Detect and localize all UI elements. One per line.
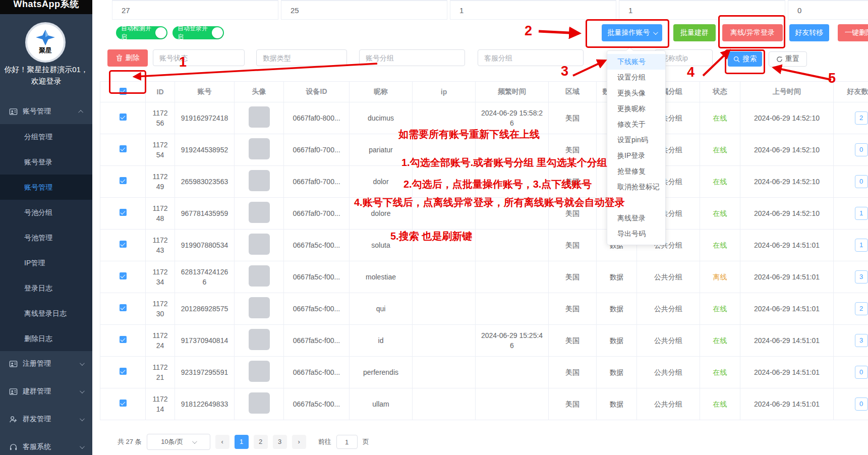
auto-detect-toggle[interactable]: 自动检测开启 bbox=[116, 26, 167, 39]
cell-checkbox bbox=[100, 357, 146, 388]
cell-region: 美国 bbox=[549, 357, 597, 388]
cell-checkbox bbox=[100, 102, 146, 134]
auto-login-toggle-label: 自动登录开启 bbox=[178, 24, 211, 41]
cell-nickname: pariatur bbox=[350, 134, 413, 166]
row-checkbox[interactable] bbox=[120, 209, 127, 216]
star-logo-icon bbox=[36, 30, 55, 47]
dropdown-item-抢登修复[interactable]: 抢登修复 bbox=[607, 163, 665, 179]
prev-page-button[interactable]: ‹ bbox=[215, 435, 229, 449]
sidebar-subitem-账号管理[interactable]: 账号管理 bbox=[0, 175, 92, 200]
sidebar-subitem-IP管理[interactable]: IP管理 bbox=[0, 250, 92, 275]
row-checkbox[interactable] bbox=[120, 113, 127, 121]
cell-freq-time bbox=[476, 134, 549, 166]
row-checkbox[interactable] bbox=[120, 177, 127, 184]
friend-transfer-button[interactable]: 好友转移 bbox=[789, 24, 829, 41]
sidebar-subitem-分组管理[interactable]: 分组管理 bbox=[0, 124, 92, 149]
page-button-1[interactable]: 1 bbox=[235, 435, 249, 449]
filter-row: 删除 搜索 重置 bbox=[92, 49, 868, 68]
service-group-input[interactable] bbox=[478, 49, 584, 66]
sidebar-item-群发管理[interactable]: 群发管理 bbox=[0, 407, 92, 432]
sidebar-subitem-删除日志[interactable]: 删除日志 bbox=[0, 326, 92, 351]
row-checkbox[interactable] bbox=[120, 368, 127, 375]
friend-count-badge[interactable]: 2 bbox=[855, 111, 868, 125]
friend-transfer-label: 好友转移 bbox=[795, 28, 824, 37]
cell-login-time: 2024-06-29 14:52:10 bbox=[740, 198, 834, 230]
sidebar-item-客服系统[interactable]: 客服系统 bbox=[0, 434, 92, 455]
goto-page-input[interactable] bbox=[336, 435, 358, 449]
account-group-input[interactable] bbox=[359, 49, 465, 66]
friend-count-badge[interactable]: 3 bbox=[855, 334, 868, 347]
sidebar-subitem-账号登录[interactable]: 账号登录 bbox=[0, 149, 92, 175]
next-page-button[interactable]: › bbox=[292, 435, 306, 449]
sidebar-subitem-号池分组[interactable]: 号池分组 bbox=[0, 200, 92, 225]
sidebar-item-建群管理[interactable]: 建群管理 bbox=[0, 379, 92, 404]
account-status-input[interactable] bbox=[153, 49, 245, 66]
status-badge: 在线 bbox=[713, 146, 727, 154]
friend-count-badge[interactable]: 2 bbox=[855, 302, 868, 315]
cell-ip bbox=[413, 325, 476, 357]
sidebar-subitem-离线登录日志[interactable]: 离线登录日志 bbox=[0, 301, 92, 326]
dropdown-item-导出号码[interactable]: 导出号码 bbox=[607, 226, 665, 242]
delete-button[interactable]: 删除 bbox=[107, 49, 148, 67]
cell-account: 918122649833 bbox=[175, 388, 235, 420]
stat-cell: 1 bbox=[450, 0, 616, 20]
app-title: WhatsApp系统 bbox=[14, 0, 79, 10]
status-badge: 离线 bbox=[713, 273, 727, 281]
friend-count-badge[interactable]: 0 bbox=[855, 397, 868, 411]
cell-ip bbox=[413, 293, 476, 325]
friend-count-badge[interactable]: 0 bbox=[855, 366, 868, 379]
friend-count-badge[interactable]: 1 bbox=[855, 239, 868, 252]
row-checkbox[interactable] bbox=[120, 145, 127, 152]
search-button-label: 搜索 bbox=[743, 54, 757, 64]
stat-cell: 27 bbox=[112, 0, 278, 20]
select-all-checkbox[interactable] bbox=[120, 88, 127, 95]
friend-count-badge[interactable]: 1 bbox=[855, 207, 868, 220]
reset-button[interactable]: 重置 bbox=[769, 51, 807, 67]
trash-icon bbox=[116, 54, 123, 62]
friend-count-badge[interactable]: 3 bbox=[855, 270, 868, 283]
row-checkbox[interactable] bbox=[120, 272, 127, 279]
dropdown-item-hidden[interactable] bbox=[607, 195, 665, 210]
dropdown-item-下线账号[interactable]: 下线账号 bbox=[607, 54, 665, 70]
chevron-down-icon bbox=[80, 388, 85, 393]
batch-operate-button[interactable]: 批量操作账号 bbox=[602, 24, 662, 41]
row-checkbox[interactable] bbox=[120, 304, 127, 311]
dropdown-item-更换昵称[interactable]: 更换昵称 bbox=[607, 101, 665, 117]
dropdown-item-取消抢登标记[interactable]: 取消抢登标记 bbox=[607, 179, 665, 195]
cell-nickname: qui bbox=[350, 293, 413, 325]
sidebar-item-账号管理[interactable]: 账号管理 bbox=[0, 99, 92, 124]
table-row: 11723462813742412660667fa5c-f00...molest… bbox=[100, 261, 868, 293]
dropdown-item-修改关于[interactable]: 修改关于 bbox=[607, 117, 665, 132]
auto-login-toggle[interactable]: 自动登录开启 bbox=[172, 26, 224, 39]
sidebar-subitem-号池管理[interactable]: 号池管理 bbox=[0, 225, 92, 250]
page-size-select[interactable]: 10条/页 bbox=[147, 434, 210, 450]
row-checkbox[interactable] bbox=[120, 400, 127, 407]
page-button-2[interactable]: 2 bbox=[254, 435, 268, 449]
cell-account: 201286928575 bbox=[175, 293, 235, 325]
page-button-3[interactable]: 3 bbox=[273, 435, 287, 449]
sidebar-subitem-登录日志[interactable]: 登录日志 bbox=[0, 275, 92, 301]
cell-login-time: 2024-06-29 14:51:01 bbox=[740, 261, 834, 293]
batch-create-group-button[interactable]: 批量建群 bbox=[673, 24, 716, 41]
dropdown-item-设置pin码[interactable]: 设置pin码 bbox=[607, 132, 665, 148]
dropdown-item-设置分组[interactable]: 设置分组 bbox=[607, 70, 665, 85]
dropdown-item-离线登录[interactable]: 离线登录 bbox=[607, 210, 665, 226]
cell-status: 在线 bbox=[700, 293, 740, 325]
cell-region: 美国 bbox=[549, 230, 597, 261]
avatar bbox=[249, 138, 270, 159]
cell-region: 美国 bbox=[549, 134, 597, 166]
search-button[interactable]: 搜索 bbox=[728, 51, 762, 67]
cell-checkbox bbox=[100, 261, 146, 293]
cell-ip bbox=[413, 166, 476, 198]
sidebar-item-注册管理[interactable]: 注册管理 bbox=[0, 351, 92, 376]
row-checkbox[interactable] bbox=[120, 336, 127, 343]
one-key-delete-button[interactable]: 一键删除 bbox=[838, 24, 868, 41]
dropdown-item-更换头像[interactable]: 更换头像 bbox=[607, 85, 665, 101]
dropdown-item-换IP登录[interactable]: 换IP登录 bbox=[607, 148, 665, 163]
cell-avatar bbox=[235, 388, 284, 420]
row-checkbox[interactable] bbox=[120, 241, 127, 248]
data-type-input[interactable] bbox=[256, 49, 347, 66]
offline-abnormal-login-button[interactable]: 离线/异常登录 bbox=[722, 24, 783, 41]
friend-count-badge[interactable]: 0 bbox=[855, 143, 868, 156]
friend-count-badge[interactable]: 0 bbox=[855, 175, 868, 188]
